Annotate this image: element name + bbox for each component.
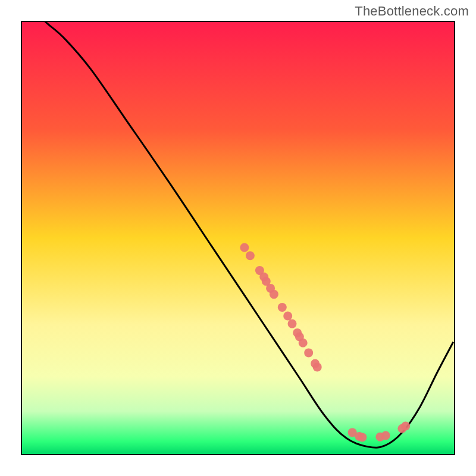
data-point (358, 433, 367, 441)
data-point (240, 243, 249, 252)
data-point (313, 362, 322, 371)
data-point (299, 339, 308, 347)
chart-frame: TheBottleneck.com (0, 0, 476, 476)
data-point (246, 251, 255, 260)
data-point (283, 312, 292, 321)
gradient-background (21, 21, 455, 455)
data-point (381, 431, 390, 440)
data-point (278, 303, 287, 312)
data-point (401, 422, 410, 431)
data-point (288, 320, 297, 328)
attribution-label: TheBottleneck.com (355, 4, 469, 19)
bottleneck-chart (0, 0, 476, 476)
data-point (270, 290, 278, 299)
data-point (304, 348, 313, 357)
